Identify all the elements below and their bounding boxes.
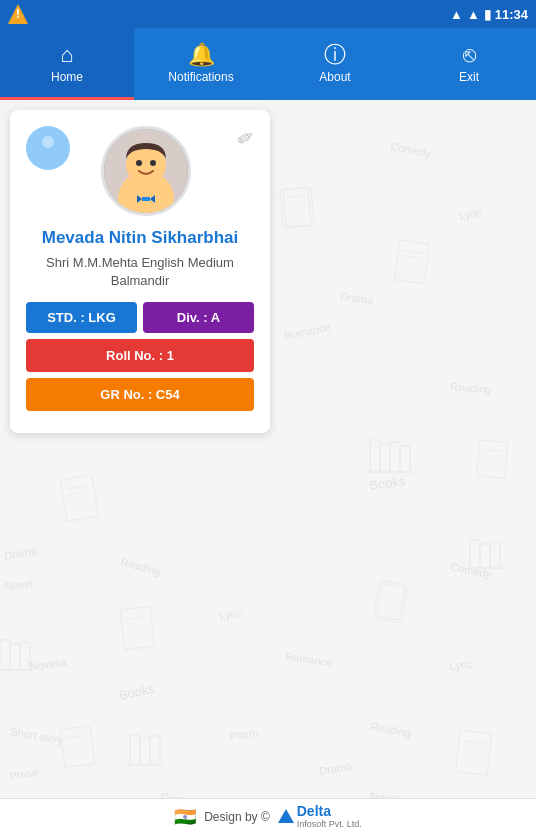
- avatar-large-container: [82, 126, 210, 216]
- svg-rect-58: [20, 642, 30, 670]
- svg-line-71: [39, 148, 41, 154]
- delta-triangle-icon: [278, 809, 294, 823]
- profile-top: ✏: [26, 126, 254, 216]
- svg-rect-60: [130, 735, 140, 765]
- info-icon: ⓘ: [324, 44, 346, 66]
- svg-line-30: [404, 251, 424, 254]
- div-badge: Div. : A: [143, 302, 254, 333]
- india-flag-icon: 🇮🇳: [174, 806, 196, 828]
- svg-rect-43: [456, 730, 492, 775]
- svg-rect-54: [400, 446, 410, 472]
- network-icon: ▲: [467, 7, 480, 22]
- signal-icon: ▲: [450, 7, 463, 22]
- svg-text:Poem: Poem: [229, 726, 259, 742]
- alert-icon: !: [8, 4, 28, 24]
- svg-rect-57: [10, 644, 20, 670]
- svg-rect-32: [60, 474, 99, 521]
- svg-rect-41: [60, 726, 95, 768]
- svg-text:Books: Books: [118, 681, 157, 703]
- navigation-bar: ⌂ Home 🔔 Notifications ⓘ About ⎋ Exit: [0, 28, 536, 100]
- nav-item-about[interactable]: ⓘ About: [268, 28, 402, 100]
- svg-point-76: [136, 160, 142, 166]
- svg-rect-61: [140, 738, 150, 765]
- status-bar: ! ▲ ▲ ▮ 11:34: [0, 0, 536, 28]
- svg-line-36: [483, 449, 502, 451]
- company-logo: Delta Infosoft Pvt. Ltd.: [278, 803, 362, 830]
- main-content: Prose Comedy Lyric Drama Romance Reading…: [0, 100, 536, 798]
- std-div-row: STD. : LKG Div. : A: [26, 302, 254, 333]
- svg-line-42: [66, 736, 85, 739]
- std-badge: STD. : LKG: [26, 302, 137, 333]
- svg-text:Novel: Novel: [370, 790, 399, 798]
- nav-label-notifications: Notifications: [168, 70, 233, 84]
- exit-icon: ⎋: [463, 44, 476, 66]
- avatar-small: [26, 126, 70, 170]
- nav-item-home[interactable]: ⌂ Home: [0, 28, 134, 100]
- nav-label-exit: Exit: [459, 70, 479, 84]
- footer: 🇮🇳 Design by © Delta Infosoft Pvt. Ltd.: [0, 798, 536, 834]
- battery-icon: ▮: [484, 7, 491, 22]
- svg-rect-66: [490, 542, 500, 568]
- nav-item-exit[interactable]: ⎋ Exit: [402, 28, 536, 100]
- svg-line-34: [68, 492, 85, 495]
- svg-text:Books: Books: [368, 473, 406, 493]
- gr-no-badge: GR No. : C54: [26, 378, 254, 411]
- svg-line-28: [285, 196, 305, 198]
- avatar-large: [101, 126, 191, 216]
- svg-rect-29: [394, 240, 429, 284]
- svg-rect-52: [380, 444, 390, 472]
- svg-line-33: [67, 485, 88, 489]
- svg-text:Romance: Romance: [285, 650, 333, 668]
- svg-line-44: [464, 741, 486, 743]
- svg-line-72: [55, 148, 57, 154]
- svg-line-31: [403, 256, 420, 258]
- svg-rect-78: [142, 197, 150, 201]
- student-name: Mevada Nitin Sikharbhai: [26, 228, 254, 248]
- home-icon: ⌂: [60, 44, 73, 66]
- svg-text:Romance: Romance: [283, 320, 332, 342]
- company-name: Delta Infosoft Pvt. Ltd.: [297, 803, 362, 830]
- svg-text:Prose: Prose: [9, 766, 39, 782]
- nav-item-notifications[interactable]: 🔔 Notifications: [134, 28, 268, 100]
- status-bar-left: !: [8, 4, 28, 24]
- svg-rect-37: [120, 606, 155, 649]
- svg-text:Reading: Reading: [450, 380, 492, 396]
- svg-text:Reading: Reading: [119, 555, 162, 577]
- svg-text:Comedy: Comedy: [450, 560, 493, 580]
- nav-label-about: About: [319, 70, 350, 84]
- profile-card: ✏ Mevada Nitin Sikharbhai Shri M.M.Mehta…: [10, 110, 270, 433]
- time-display: 11:34: [495, 7, 528, 22]
- svg-rect-65: [480, 544, 490, 568]
- status-bar-right: ▲ ▲ ▮ 11:34: [450, 7, 528, 22]
- svg-text:Drama: Drama: [318, 759, 353, 777]
- school-name: Shri M.M.Mehta English Medium Balmandir: [26, 254, 254, 290]
- nav-label-home: Home: [51, 70, 83, 84]
- svg-text:Comedy: Comedy: [160, 790, 203, 798]
- svg-text:Lyric: Lyric: [458, 206, 483, 222]
- svg-line-38: [125, 617, 146, 620]
- svg-text:Short story: Short story: [10, 725, 65, 746]
- edit-pencil-icon[interactable]: ✏: [232, 123, 259, 152]
- svg-text:Novel: Novel: [4, 578, 33, 592]
- svg-rect-35: [477, 440, 508, 478]
- roll-no-badge: Roll No. : 1: [26, 339, 254, 372]
- svg-rect-62: [150, 736, 160, 765]
- edit-icon-container[interactable]: ✏: [222, 126, 254, 158]
- svg-text:Lyric: Lyric: [449, 658, 473, 672]
- bell-icon: 🔔: [188, 44, 215, 66]
- svg-text:Novella: Novella: [29, 656, 68, 672]
- svg-point-70: [42, 136, 54, 148]
- design-by-text: Design by ©: [204, 810, 270, 824]
- svg-rect-39: [374, 580, 406, 620]
- svg-point-77: [150, 160, 156, 166]
- svg-text:Lyric: Lyric: [219, 607, 244, 622]
- svg-text:Drama: Drama: [340, 290, 375, 307]
- svg-text:Reading: Reading: [370, 720, 412, 739]
- svg-rect-51: [370, 440, 380, 472]
- svg-rect-53: [390, 442, 400, 472]
- svg-text:Comedy: Comedy: [390, 140, 433, 159]
- svg-text:Drama: Drama: [3, 544, 38, 562]
- svg-rect-56: [0, 640, 10, 670]
